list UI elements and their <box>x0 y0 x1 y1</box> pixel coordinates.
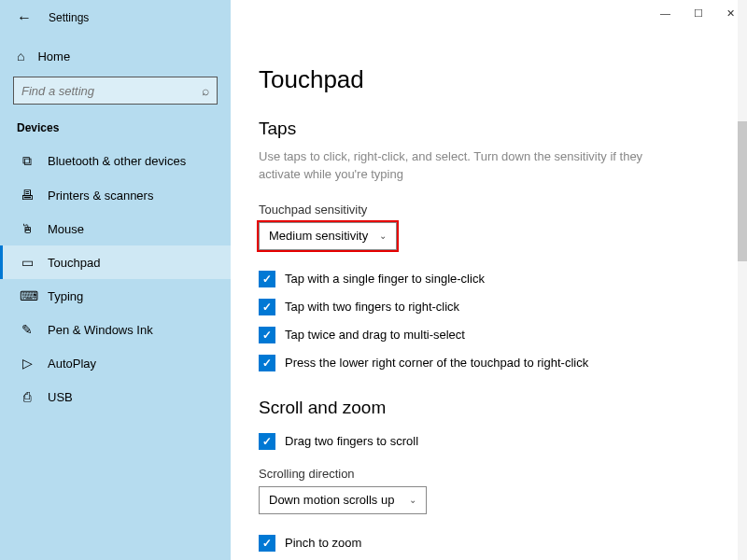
scrollbar-track[interactable] <box>738 0 747 560</box>
touchpad-icon: ▭ <box>20 255 35 270</box>
check-label: Tap with two fingers to right-click <box>285 300 459 314</box>
sidebar-item-pen[interactable]: ✎ Pen & Windows Ink <box>0 313 231 346</box>
app-title: Settings <box>49 11 89 24</box>
sidebar-item-label: Touchpad <box>48 256 100 270</box>
sidebar-item-touchpad[interactable]: ▭ Touchpad <box>0 245 231 279</box>
mouse-icon: 🖱 <box>20 221 35 236</box>
scroll-direction-label: Scrolling direction <box>259 467 719 481</box>
usb-icon: ⎙ <box>20 389 35 404</box>
keyboard-icon: ⌨ <box>20 288 35 303</box>
checkbox-icon[interactable]: ✓ <box>259 327 275 343</box>
chevron-down-icon: ⌄ <box>379 231 387 241</box>
chevron-down-icon: ⌄ <box>409 495 416 505</box>
checkbox-icon[interactable]: ✓ <box>259 271 275 287</box>
sidebar-item-label: Bluetooth & other devices <box>48 154 186 168</box>
search-icon: ⌕ <box>202 83 209 98</box>
sidebar-item-label: Mouse <box>48 222 84 236</box>
pen-icon: ✎ <box>20 322 35 337</box>
minimize-button[interactable]: — <box>649 0 682 26</box>
sensitivity-label: Touchpad sensitivity <box>259 203 719 217</box>
sensitivity-dropdown[interactable]: Medium sensitivity ⌄ <box>259 222 397 250</box>
home-nav[interactable]: ⌂ Home <box>0 41 231 77</box>
scroll-direction-value: Down motion scrolls up <box>269 493 394 507</box>
check-single-tap[interactable]: ✓ Tap with a single finger to single-cli… <box>259 271 719 287</box>
sidebar-item-bluetooth[interactable]: ⧉ Bluetooth & other devices <box>0 144 231 178</box>
check-two-finger-tap[interactable]: ✓ Tap with two fingers to right-click <box>259 299 719 315</box>
bluetooth-icon: ⧉ <box>20 153 35 169</box>
checkbox-icon[interactable]: ✓ <box>259 535 275 552</box>
check-label: Pinch to zoom <box>285 536 361 550</box>
back-icon[interactable]: ← <box>17 9 32 26</box>
scrollbar-thumb[interactable] <box>738 121 747 261</box>
sidebar-item-label: AutoPlay <box>48 357 96 371</box>
sensitivity-value: Medium sensitivity <box>269 229 368 243</box>
checkbox-icon[interactable]: ✓ <box>259 299 275 315</box>
search-input-wrap[interactable]: ⌕ <box>13 77 218 105</box>
page-title: Touchpad <box>259 65 719 94</box>
main-content: — ☐ ✕ Touchpad Taps Use taps to click, r… <box>231 0 747 560</box>
scroll-direction-dropdown[interactable]: Down motion scrolls up ⌄ <box>259 486 427 514</box>
sidebar-item-printers[interactable]: 🖶 Printers & scanners <box>0 178 231 212</box>
home-icon: ⌂ <box>17 49 24 63</box>
sidebar-item-usb[interactable]: ⎙ USB <box>0 380 231 413</box>
check-tap-drag[interactable]: ✓ Tap twice and drag to multi-select <box>259 327 719 343</box>
taps-description: Use taps to click, right-click, and sele… <box>259 148 651 184</box>
check-label: Press the lower right corner of the touc… <box>285 356 588 370</box>
check-two-finger-scroll[interactable]: ✓ Drag two fingers to scroll <box>259 433 719 450</box>
home-label: Home <box>37 49 70 63</box>
sidebar-item-typing[interactable]: ⌨ Typing <box>0 279 231 313</box>
check-corner-rightclick[interactable]: ✓ Press the lower right corner of the to… <box>259 355 719 371</box>
search-input[interactable] <box>21 84 180 98</box>
check-pinch-zoom[interactable]: ✓ Pinch to zoom <box>259 535 719 552</box>
sidebar: ← Settings ⌂ Home ⌕ Devices ⧉ Bluetooth … <box>0 0 231 560</box>
check-label: Tap twice and drag to multi-select <box>285 328 465 342</box>
sidebar-item-label: Printers & scanners <box>48 189 153 203</box>
autoplay-icon: ▷ <box>20 356 35 371</box>
sidebar-item-label: Typing <box>48 289 83 303</box>
sidebar-item-label: USB <box>48 390 73 404</box>
check-label: Drag two fingers to scroll <box>285 434 418 448</box>
sidebar-item-mouse[interactable]: 🖱 Mouse <box>0 212 231 245</box>
sidebar-item-label: Pen & Windows Ink <box>48 323 153 337</box>
check-label: Tap with a single finger to single-click <box>285 272 485 286</box>
checkbox-icon[interactable]: ✓ <box>259 433 275 450</box>
scroll-heading: Scroll and zoom <box>259 398 719 418</box>
maximize-button[interactable]: ☐ <box>682 0 714 26</box>
checkbox-icon[interactable]: ✓ <box>259 355 275 371</box>
printer-icon: 🖶 <box>20 188 35 203</box>
sidebar-item-autoplay[interactable]: ▷ AutoPlay <box>0 346 231 380</box>
sidebar-section-header: Devices <box>0 121 231 144</box>
taps-heading: Taps <box>259 119 719 139</box>
